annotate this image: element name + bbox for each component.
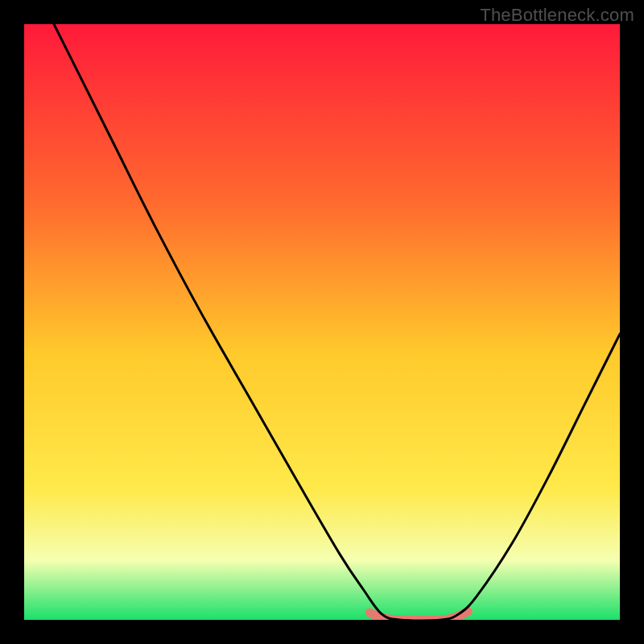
bottleneck-curve <box>54 24 620 620</box>
plot-area <box>24 24 620 620</box>
chart-container: TheBottleneck.com <box>0 0 644 644</box>
watermark-text: TheBottleneck.com <box>480 5 634 26</box>
curve-overlay <box>24 24 620 620</box>
